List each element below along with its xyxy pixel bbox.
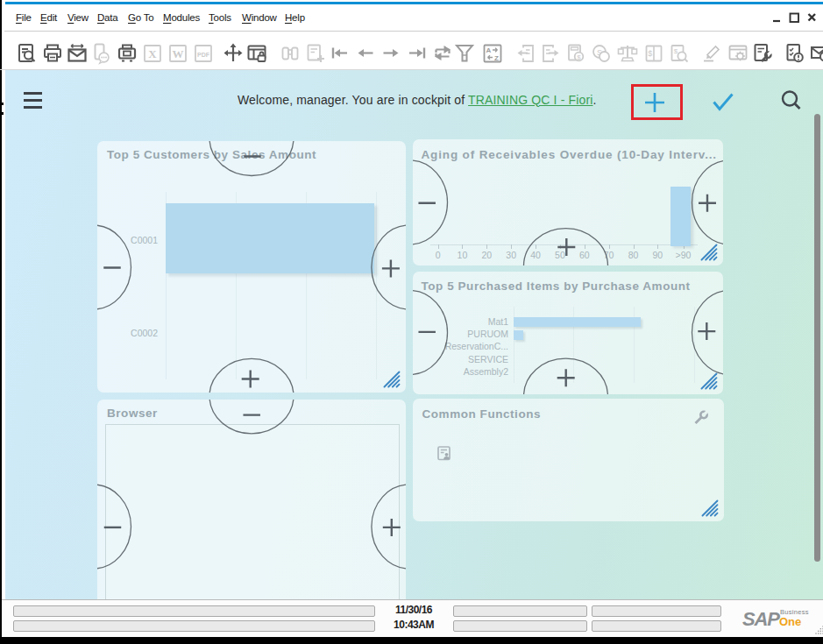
svg-text:$: $	[648, 49, 652, 58]
svg-text:W: W	[173, 47, 184, 60]
svg-text:$: $	[673, 47, 678, 55]
svg-text:X: X	[148, 47, 157, 60]
svg-text:A: A	[486, 46, 491, 54]
svg-text:Z: Z	[494, 54, 499, 62]
svg-text:PDF: PDF	[197, 52, 210, 58]
svg-text:$: $	[577, 53, 581, 61]
